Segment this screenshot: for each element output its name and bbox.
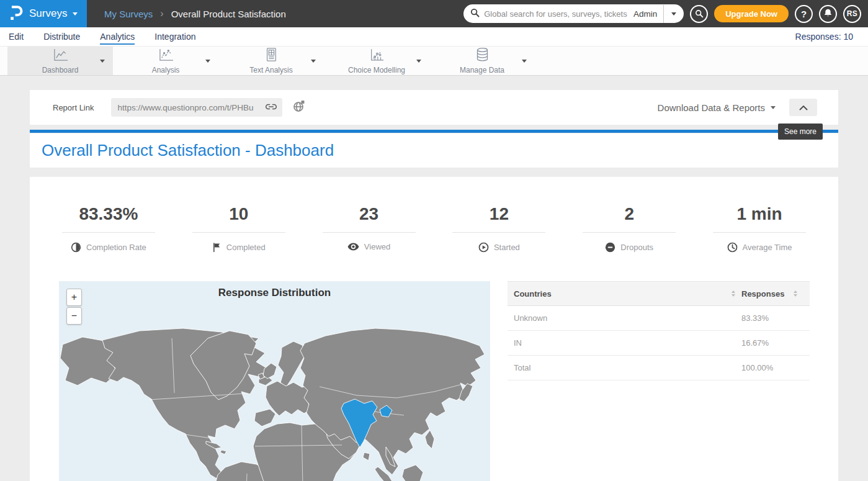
search-scope-dropdown[interactable] <box>664 4 684 23</box>
world-map <box>59 281 490 481</box>
global-search: Admin <box>463 4 684 23</box>
countries-table-header: Countries Responses <box>508 281 810 306</box>
gauge-icon <box>71 242 81 253</box>
dashboard-card: 83.33% Completion Rate 10 Completed 23 <box>30 177 838 481</box>
breadcrumb-separator: › <box>160 8 163 19</box>
stat-completion-rate: 83.33% Completion Rate <box>43 204 174 253</box>
download-data-reports-dropdown[interactable]: Download Data & Reports <box>658 102 776 113</box>
download-caret-icon <box>771 106 776 109</box>
surveys-product-label: Surveys <box>29 7 67 20</box>
eye-icon <box>347 243 359 251</box>
topbar-right-cluster: Admin Upgrade Now ? RS <box>463 4 868 23</box>
report-url-field[interactable]: https://www.questionpro.com/t/PHBu <box>111 98 282 117</box>
page-content: Report Link https://www.questionpro.com/… <box>0 76 868 481</box>
tab-distribute[interactable]: Distribute <box>42 29 81 44</box>
map-caribbean <box>220 450 226 454</box>
response-distribution-map: + − Response Distribution <box>59 281 490 481</box>
toolbar-item-choice-modelling[interactable]: Choice Modelling <box>324 47 429 75</box>
minus-icon <box>605 242 615 253</box>
globe-privacy-icon[interactable] <box>292 100 306 115</box>
document-grid-icon <box>264 47 278 65</box>
map-philippines <box>425 430 434 449</box>
title-bar: Overall Product Satisfaction - Dashboard <box>30 133 838 168</box>
question-mark-icon: ? <box>801 9 807 19</box>
analytics-toolbar: Dashboard Analysis Text Analysis Choice … <box>0 47 868 76</box>
user-avatar[interactable]: RS <box>843 5 861 23</box>
choice-modelling-dropdown-caret[interactable] <box>416 60 421 63</box>
map-zoom-out-button[interactable]: − <box>66 307 82 325</box>
stat-started: 12 Started <box>434 204 564 253</box>
header-countries[interactable]: Countries <box>514 289 741 299</box>
search-input[interactable] <box>484 9 627 19</box>
toolbar-item-dashboard[interactable]: Dashboard <box>7 47 113 75</box>
map-zoom-controls: + − <box>66 289 82 325</box>
report-url-text[interactable]: https://www.questionpro.com/t/PHBu <box>117 103 265 112</box>
stats-row: 83.33% Completion Rate 10 Completed 23 <box>43 204 825 253</box>
manage-data-dropdown-caret[interactable] <box>522 60 527 63</box>
stat-completed: 10 Completed <box>174 204 304 253</box>
database-icon <box>475 47 490 65</box>
flag-icon <box>212 242 221 253</box>
map-title: Response Distribution <box>59 281 490 299</box>
questionpro-logo-block[interactable]: Surveys <box>0 0 87 27</box>
play-icon <box>478 242 489 253</box>
sort-icon[interactable] <box>732 290 735 297</box>
link-icon[interactable] <box>265 102 277 113</box>
notifications-button[interactable] <box>819 5 837 23</box>
table-row: IN 16.67% <box>508 331 810 356</box>
help-button[interactable]: ? <box>795 5 813 23</box>
text-analysis-dropdown-caret[interactable] <box>311 60 316 63</box>
breadcrumb: My Surveys › Overall Product Satisfactio… <box>104 8 286 19</box>
search-button[interactable] <box>690 5 708 23</box>
bell-icon <box>823 8 833 20</box>
topbar: Surveys My Surveys › Overall Product Sat… <box>0 0 868 27</box>
clock-icon <box>727 242 738 253</box>
tab-integration[interactable]: Integration <box>153 29 197 44</box>
stat-average-time: 1 min Average Time <box>694 204 825 253</box>
tab-analytics[interactable]: Analytics <box>99 29 136 44</box>
line-chart-icon <box>158 48 174 65</box>
survey-nav: Edit Distribute Analytics Integration Re… <box>0 27 868 47</box>
tab-edit[interactable]: Edit <box>7 29 25 44</box>
see-more-tooltip: See more <box>778 124 823 140</box>
blue-divider <box>30 130 838 133</box>
report-link-bar: Report Link https://www.questionpro.com/… <box>30 90 838 125</box>
search-scope-label[interactable]: Admin <box>627 9 663 19</box>
breadcrumb-my-surveys[interactable]: My Surveys <box>104 9 153 19</box>
responses-count: Responses: 10 <box>795 32 853 42</box>
map-borneo <box>402 465 423 481</box>
stat-viewed: 23 Viewed <box>304 204 434 253</box>
sort-icon[interactable] <box>794 290 797 297</box>
stat-dropouts: 2 Dropouts <box>564 204 694 253</box>
map-zoom-in-button[interactable]: + <box>66 289 82 306</box>
chevron-up-icon <box>799 105 808 110</box>
line-chart-icon <box>52 48 69 65</box>
surveys-caret-icon <box>73 12 78 16</box>
map-uk <box>263 363 277 379</box>
map-iberia <box>254 409 275 426</box>
table-row: Unknown 83.33% <box>508 306 810 331</box>
scatter-chart-icon <box>369 48 385 65</box>
header-responses[interactable]: Responses <box>741 289 803 299</box>
table-row: Total 100.00% <box>508 356 810 380</box>
report-link-label: Report Link <box>53 103 94 112</box>
countries-table: Countries Responses Unknown 83.33% IN 16 <box>508 281 810 481</box>
breadcrumb-current: Overall Product Satisfaction <box>171 9 286 19</box>
search-icon <box>470 8 480 20</box>
toolbar-item-analysis[interactable]: Analysis <box>113 47 218 75</box>
analysis-dropdown-caret[interactable] <box>205 60 210 63</box>
map-sri-lanka <box>363 452 370 461</box>
toolbar-item-text-analysis[interactable]: Text Analysis <box>218 47 324 75</box>
toolbar-item-manage-data[interactable]: Manage Data <box>429 47 535 75</box>
questionpro-logo-icon <box>7 3 24 24</box>
page-title: Overall Product Satisfaction - Dashboard <box>42 141 334 160</box>
map-table-row: + − Response Distribution <box>43 281 825 481</box>
upgrade-now-button[interactable]: Upgrade Now <box>714 5 789 22</box>
dashboard-dropdown-caret[interactable] <box>100 60 105 63</box>
collapse-panel-button[interactable] <box>789 99 817 116</box>
